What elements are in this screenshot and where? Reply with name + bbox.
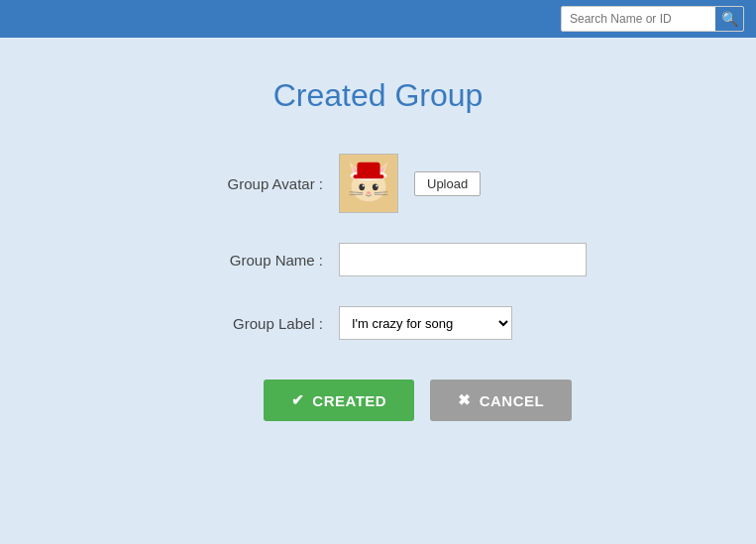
avatar-row: Group Avatar : bbox=[169, 154, 481, 213]
group-name-row: Group Name : bbox=[169, 243, 587, 276]
buttons-row: ✔ CREATED ✖ CANCEL bbox=[264, 380, 572, 421]
avatar-label: Group Avatar : bbox=[169, 175, 323, 192]
svg-point-12 bbox=[376, 184, 378, 186]
cancel-label: CANCEL bbox=[480, 392, 545, 409]
navbar: 🔍 bbox=[0, 0, 756, 38]
main-content: Created Group Group Avatar : bbox=[0, 38, 756, 421]
avatar-image bbox=[339, 154, 398, 213]
svg-point-9 bbox=[359, 183, 365, 190]
created-label: CREATED bbox=[312, 392, 386, 409]
cat-avatar-svg bbox=[340, 154, 397, 213]
search-icon: 🔍 bbox=[721, 11, 738, 27]
group-label-select[interactable]: I'm crazy for song Music Lovers Study Gr… bbox=[339, 306, 512, 340]
page-title: Created Group bbox=[273, 77, 484, 114]
group-name-label: Group Name : bbox=[169, 252, 323, 269]
check-icon: ✔ bbox=[291, 391, 305, 409]
search-wrapper: 🔍 bbox=[561, 6, 744, 32]
group-name-input[interactable] bbox=[339, 243, 587, 276]
svg-point-13 bbox=[367, 191, 371, 194]
svg-point-11 bbox=[363, 184, 365, 186]
created-button[interactable]: ✔ CREATED bbox=[264, 380, 414, 421]
cancel-button[interactable]: ✖ CANCEL bbox=[430, 380, 572, 421]
svg-rect-7 bbox=[357, 163, 379, 177]
svg-rect-8 bbox=[354, 174, 384, 178]
search-input[interactable] bbox=[562, 7, 715, 31]
form-container: Group Avatar : bbox=[169, 154, 587, 421]
search-button[interactable]: 🔍 bbox=[715, 6, 743, 32]
group-label-row: Group Label : I'm crazy for song Music L… bbox=[169, 306, 512, 340]
svg-point-10 bbox=[373, 183, 378, 190]
upload-button[interactable]: Upload bbox=[414, 171, 481, 196]
x-icon: ✖ bbox=[458, 391, 472, 409]
group-label-label: Group Label : bbox=[169, 315, 323, 332]
